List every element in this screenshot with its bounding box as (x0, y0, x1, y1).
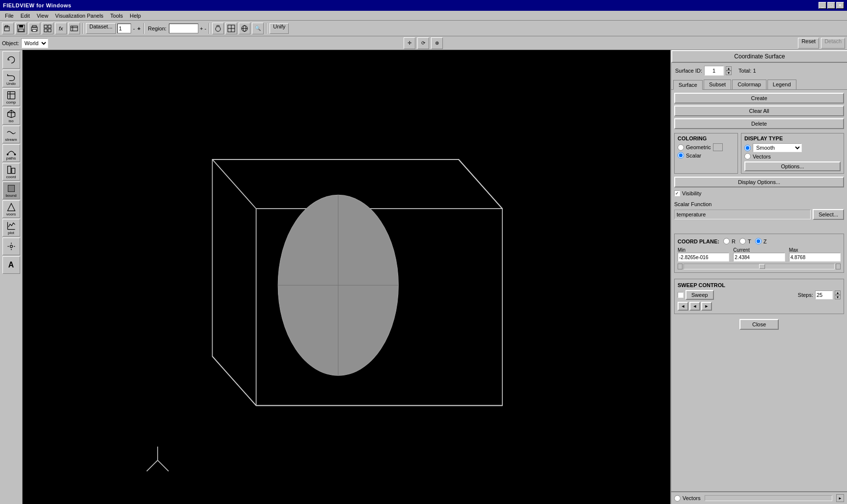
menu-view[interactable]: View (34, 12, 52, 19)
delete-button[interactable]: Delete (674, 118, 844, 129)
svg-rect-8 (44, 25, 47, 28)
toolbar-globe-btn[interactable] (239, 23, 250, 34)
steps-up[interactable]: ▲ (835, 291, 841, 295)
rotate-btn[interactable]: ⟳ (417, 37, 429, 49)
paths-tool-icon[interactable]: paths (2, 144, 20, 162)
steps-spinner[interactable]: ▲ ▼ (835, 291, 841, 299)
coord-slider[interactable] (683, 264, 835, 269)
plot-tool-icon[interactable]: plot (2, 219, 20, 237)
select-button[interactable]: Select... (813, 209, 844, 220)
coloring-title: COLORING (678, 135, 735, 141)
minimize-button[interactable]: _ (819, 2, 826, 9)
maximize-button[interactable]: □ (827, 2, 835, 9)
current-col: Current (733, 247, 785, 262)
comp-tool-icon[interactable]: comp (2, 88, 20, 106)
menu-visualization[interactable]: Visualization Panels (52, 12, 106, 19)
text-tool-icon[interactable]: A (2, 256, 20, 274)
t-radio[interactable] (739, 238, 746, 244)
display-options-button[interactable]: Display Options... (674, 177, 844, 187)
object-select[interactable]: World (21, 38, 48, 48)
sweep-prev-btn[interactable]: ◄ (689, 302, 700, 311)
toolbar-fx-btn[interactable]: fx (55, 23, 67, 34)
steps-input[interactable] (815, 291, 833, 299)
visibility-checkbox[interactable]: ✓ (674, 190, 680, 196)
options-button[interactable]: Options... (744, 161, 841, 171)
voors-tool-icon[interactable]: voors (2, 200, 20, 218)
coloring-geometric-radio[interactable] (678, 144, 684, 151)
detach-button[interactable]: Detach (821, 38, 845, 49)
menu-tools[interactable]: Tools (108, 12, 126, 19)
toolbar-open-btn[interactable] (2, 23, 14, 34)
coloring-scalar-radio[interactable] (678, 152, 684, 159)
color-swatch[interactable] (713, 143, 723, 151)
sweep-prev-prev-btn[interactable]: ◄ (678, 302, 688, 311)
coord-tool-icon[interactable]: coord (2, 163, 20, 181)
scalar-function-input[interactable] (674, 210, 811, 219)
undo-tool-icon[interactable]: Undo (2, 70, 20, 87)
plot-label: plot (8, 231, 14, 235)
toolbar-grid-btn[interactable] (42, 23, 54, 34)
close-button[interactable]: Close (739, 319, 779, 330)
svg-rect-10 (44, 29, 47, 32)
tab-subset[interactable]: Subset (704, 80, 731, 89)
bound-tool-icon[interactable]: bound (2, 182, 20, 199)
sweep-button[interactable]: Sweep (685, 290, 714, 300)
menu-file[interactable]: File (2, 12, 17, 19)
r-radio[interactable] (723, 238, 730, 244)
scroll-right-btn[interactable]: ► (836, 494, 844, 502)
iso-tool-icon[interactable]: iso (2, 107, 20, 125)
comp-label: comp (6, 100, 16, 105)
menu-help[interactable]: Help (127, 12, 144, 19)
dataset-input[interactable] (117, 24, 131, 33)
misc-tool-icon[interactable] (2, 238, 20, 255)
rotate-tool-icon[interactable] (2, 51, 20, 69)
slider-left-btn[interactable] (678, 264, 683, 269)
clear-all-button[interactable]: Clear All (674, 106, 844, 116)
coord-surface-title: Coordinate Surface (734, 53, 785, 60)
create-button[interactable]: Create (674, 93, 844, 104)
toolbar-compose-btn[interactable] (68, 23, 80, 34)
unify-button[interactable]: Unify (270, 23, 289, 34)
toolbar-grid2-btn[interactable] (225, 23, 237, 34)
toolbar-camera-btn[interactable] (212, 23, 224, 34)
tab-legend[interactable]: Legend (767, 80, 796, 89)
scale-btn[interactable]: ⊕ (431, 37, 443, 49)
visibility-label: Visibility (682, 190, 702, 196)
smooth-select[interactable]: Smooth (753, 143, 802, 152)
move-btn[interactable]: ✛ (404, 37, 415, 49)
max-input[interactable] (789, 253, 841, 262)
surface-id-spinner[interactable]: ▲ ▼ (726, 66, 732, 75)
slider-right-btn[interactable] (836, 264, 841, 269)
menu-edit[interactable]: Edit (18, 12, 33, 19)
reset-button[interactable]: Reset (798, 38, 819, 49)
stream-tool-icon[interactable]: stream (2, 126, 20, 143)
region-input[interactable] (169, 24, 198, 33)
close-button[interactable]: ✕ (836, 2, 844, 9)
sweep-next-btn[interactable]: ► (701, 302, 712, 311)
smooth-radio[interactable] (744, 145, 751, 151)
bottom-vectors-radio[interactable] (674, 495, 681, 502)
coord-slider-row (678, 264, 841, 269)
surface-id-label: Surface ID: (675, 68, 702, 74)
tab-surface[interactable]: Surface (673, 80, 703, 90)
tab-colormap[interactable]: Colormap (732, 80, 766, 89)
bottom-vectors-label: Vectors (683, 495, 701, 501)
steps-down[interactable]: ▼ (835, 295, 841, 299)
vectors-radio[interactable] (744, 153, 751, 159)
toolbar-zoom-btn[interactable]: 🔍 (252, 23, 264, 34)
sweep-checkbox[interactable] (678, 292, 683, 298)
bound-label: bound (5, 193, 16, 198)
z-radio[interactable] (755, 238, 762, 244)
toolbar-print-btn[interactable] (28, 23, 40, 34)
surface-id-input[interactable] (704, 66, 724, 76)
bottom-scroll-track[interactable] (705, 495, 832, 501)
app-title: FIELDVIEW for Windows (3, 2, 71, 8)
current-input[interactable] (733, 253, 785, 262)
coloring-geometric-label: Geometric (686, 144, 711, 150)
surface-id-down[interactable]: ▼ (726, 71, 732, 75)
min-input[interactable] (678, 253, 729, 262)
surface-id-up[interactable]: ▲ (726, 66, 732, 71)
dataset-button[interactable]: Dataset... (86, 23, 116, 34)
toolbar-save-btn[interactable] (15, 23, 27, 34)
title-bar: FIELDVIEW for Windows _ □ ✕ (0, 0, 847, 11)
